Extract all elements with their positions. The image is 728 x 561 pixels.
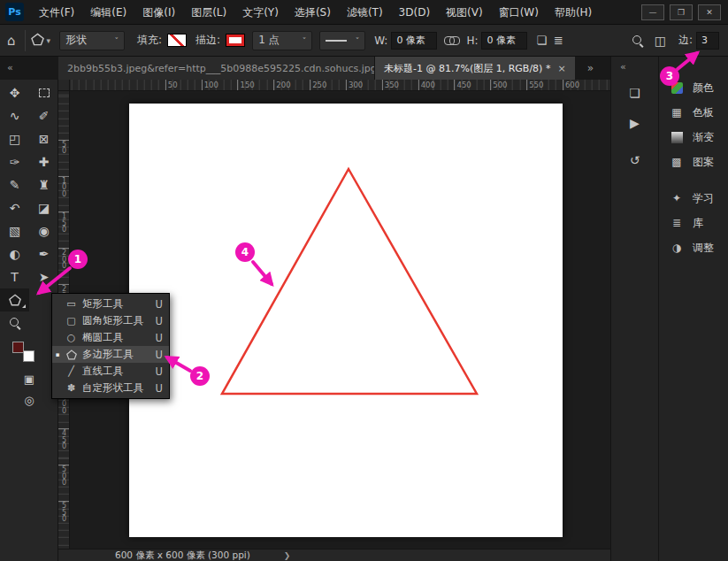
- flyout-item-3[interactable]: ▪多边形工具U: [52, 346, 169, 363]
- history-panel-icon[interactable]: ↺: [611, 145, 658, 175]
- flyout-item-shortcut: U: [156, 315, 163, 327]
- tab-document-untitled[interactable]: 未标题-1 @ 81.7%(图层 1, RGB/8) * ×: [375, 57, 575, 80]
- type-tool[interactable]: T: [0, 265, 29, 288]
- solid-line-icon: [326, 40, 347, 42]
- fill-color-swatch[interactable]: [167, 34, 187, 47]
- history-brush-tool[interactable]: ↶: [0, 196, 29, 219]
- close-button[interactable]: ✕: [698, 4, 721, 20]
- menu-item-5[interactable]: 选择(S): [287, 0, 339, 25]
- eraser-tool[interactable]: ◪: [29, 196, 58, 219]
- stroke-width-value: 1 点: [258, 33, 279, 48]
- frame-tool[interactable]: ⊠: [29, 127, 58, 150]
- menubar: Ps 文件(F)编辑(E)图像(I)图层(L)文字(Y)选择(S)滤镜(T)3D…: [0, 0, 728, 25]
- panel-item-2[interactable]: 渐变: [659, 125, 728, 150]
- menu-item-9[interactable]: 窗口(W): [491, 0, 547, 25]
- ruler-horizontal[interactable]: 50100150200250300350400450500550600: [70, 80, 610, 91]
- path-select-tool[interactable]: ➤: [29, 265, 58, 288]
- menu-item-0[interactable]: 文件(F): [31, 0, 82, 25]
- panel-item-5[interactable]: ≣库: [659, 211, 728, 235]
- flyout-item-shortcut: U: [156, 382, 163, 395]
- ruler-corner: [58, 80, 70, 91]
- menu-item-6[interactable]: 滤镜(T): [339, 0, 391, 25]
- quick-mask-icon[interactable]: ◎: [0, 389, 58, 411]
- dodge-tool[interactable]: ◐: [0, 242, 29, 265]
- flyout-item-shortcut: U: [156, 349, 163, 361]
- menu-item-10[interactable]: 帮助(H): [547, 0, 600, 25]
- background-color-swatch[interactable]: [23, 350, 34, 362]
- panel-item-3[interactable]: ▩图案: [659, 150, 728, 174]
- blur-tool[interactable]: ◉: [29, 219, 58, 242]
- status-bar: 600 像素 x 600 像素 (300 ppi) ❯: [58, 549, 610, 561]
- foreground-color-swatch[interactable]: [12, 342, 24, 353]
- gradient-tool[interactable]: ▧: [0, 219, 29, 242]
- workspace-icon[interactable]: ◫: [655, 34, 666, 48]
- screen-mode-icon[interactable]: ▣: [0, 368, 58, 389]
- stroke-style-select[interactable]: ˅: [319, 31, 365, 50]
- panel-item-6[interactable]: ◑调整: [659, 235, 728, 260]
- shape-tool[interactable]: [0, 288, 29, 311]
- menu-item-1[interactable]: 编辑(E): [82, 0, 134, 25]
- ruler-label: 350: [382, 80, 399, 91]
- panel-item-1[interactable]: ▦色板: [659, 100, 728, 125]
- tab-document-jpeg[interactable]: 2bb9b55b3.jpeg&refer=http___5b0988e59522…: [58, 57, 375, 80]
- crop-tool[interactable]: ◰: [0, 127, 29, 150]
- flyout-item-0[interactable]: ▭矩形工具U: [52, 296, 169, 312]
- flyout-item-4[interactable]: ╱直线工具U: [52, 363, 169, 380]
- brush-tool[interactable]: ✎: [0, 173, 29, 196]
- canvas[interactable]: [129, 104, 563, 537]
- toolbar-collapse-icon[interactable]: «: [0, 57, 58, 80]
- stroke-width-select[interactable]: 1 点 ˅: [252, 31, 312, 50]
- menu-item-2[interactable]: 图像(I): [134, 0, 183, 25]
- magnifier-icon: [9, 317, 21, 329]
- lasso-tool[interactable]: ∿: [0, 104, 29, 127]
- ruler-label: 300: [346, 80, 363, 91]
- search-icon[interactable]: [632, 35, 644, 47]
- home-icon[interactable]: ⌂: [7, 33, 16, 49]
- polygon-tool-icon: [65, 350, 78, 360]
- quick-select-tool[interactable]: ✐: [29, 104, 58, 127]
- move-tool[interactable]: ✥: [0, 81, 29, 104]
- menu-item-3[interactable]: 图层(L): [183, 0, 234, 25]
- minimize-button[interactable]: —: [641, 4, 664, 20]
- status-chevron-icon[interactable]: ❯: [284, 551, 291, 560]
- menu-item-7[interactable]: 3D(D): [391, 0, 438, 25]
- path-operations-icon[interactable]: ❏: [536, 34, 547, 47]
- ruler-label: 5 0: [58, 140, 70, 155]
- ruler-label: 400: [418, 80, 435, 91]
- shape-tool-icon: ✽: [65, 382, 78, 394]
- pen-tool[interactable]: ✒: [29, 242, 58, 265]
- link-dimensions-icon[interactable]: [444, 35, 459, 45]
- caret-icon: ˅: [356, 36, 360, 45]
- path-alignment-icon[interactable]: ≣: [554, 34, 563, 47]
- flyout-item-2[interactable]: ○椭圆工具U: [52, 329, 169, 346]
- panel-item-4[interactable]: ✦学习: [659, 186, 728, 211]
- tool-mode-select[interactable]: 形状 ˅: [59, 31, 125, 50]
- play-panel-icon[interactable]: ▶: [611, 108, 658, 138]
- panel-label: 学习: [693, 191, 714, 206]
- tab-overflow-icon[interactable]: »: [587, 57, 594, 80]
- menu-item-4[interactable]: 文字(Y): [234, 0, 287, 25]
- eyedropper-tool[interactable]: ✑: [0, 150, 29, 173]
- tab-close-icon[interactable]: ×: [557, 63, 565, 74]
- zoom-tool[interactable]: [0, 311, 29, 334]
- menu-item-8[interactable]: 视图(V): [438, 0, 491, 25]
- sides-input[interactable]: 3: [696, 32, 719, 50]
- ruler-label: 5 0 0: [58, 465, 70, 487]
- healing-brush-tool[interactable]: ✚: [29, 150, 58, 173]
- ruler-label: 450: [454, 80, 471, 91]
- panel-stack-icon[interactable]: ❏: [611, 78, 658, 108]
- flyout-item-5[interactable]: ✽自定形状工具U: [52, 380, 169, 396]
- width-input[interactable]: 0 像素: [391, 32, 437, 50]
- tool-preset-dropdown[interactable]: ▾: [31, 33, 51, 49]
- ruler-label: 4 5 0: [58, 428, 70, 450]
- clone-stamp-tool[interactable]: ♜: [29, 173, 58, 196]
- ruler-label: 500: [490, 80, 507, 91]
- panel-collapse-icon[interactable]: «: [611, 57, 658, 78]
- height-input[interactable]: 0 像素: [481, 32, 527, 50]
- photoshop-logo: Ps: [5, 3, 24, 21]
- ruler-label: 50: [165, 80, 178, 91]
- marquee-tool[interactable]: [29, 81, 58, 104]
- flyout-item-1[interactable]: ▢圆角矩形工具U: [52, 312, 169, 329]
- stroke-color-swatch[interactable]: [226, 34, 245, 47]
- restore-button[interactable]: ❐: [670, 4, 693, 20]
